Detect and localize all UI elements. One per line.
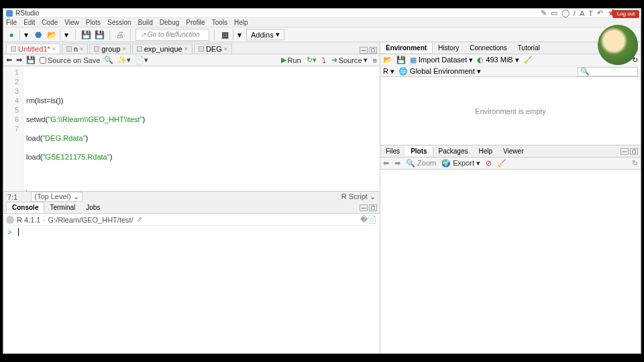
plots-toolbar: ⬅ ➡ 🔍 Zoom 🌍 Export ▾ ⊘ 🧹 ↻ — [380, 158, 641, 170]
tab-tutorial[interactable]: Tutorial — [513, 43, 545, 53]
menu-help[interactable]: Help — [234, 19, 248, 26]
rerun-icon[interactable]: ↻▾ — [307, 56, 317, 64]
menu-session[interactable]: Session — [107, 19, 131, 26]
save-workspace-icon[interactable]: 💾 — [396, 56, 406, 64]
r-logo-icon — [6, 216, 14, 224]
clear-plots-icon[interactable]: 🧹 — [497, 159, 506, 168]
goto-file-function[interactable]: ↗ Go to file/function — [136, 29, 209, 41]
menu-debug[interactable]: Debug — [160, 19, 179, 26]
separator — [75, 29, 76, 40]
menu-edit[interactable]: Edit — [23, 19, 35, 26]
minimize-pane-icon[interactable]: — — [621, 148, 629, 155]
console-body[interactable]: > — [3, 226, 380, 353]
tab-untitled1[interactable]: Untitled1* × — [6, 44, 60, 54]
tab-terminal[interactable]: Terminal — [44, 202, 80, 213]
save-icon[interactable]: 💾 — [26, 56, 36, 64]
r-version: R 4.1.1 — [17, 216, 40, 224]
tab-connections[interactable]: Connections — [464, 43, 513, 53]
undo-icon[interactable]: ↶ — [597, 9, 603, 17]
tab-packages[interactable]: Packages — [433, 146, 474, 156]
minimize-pane-icon[interactable]: — — [360, 204, 368, 211]
menu-tools[interactable]: Tools — [212, 19, 227, 26]
file-icon — [199, 46, 204, 52]
tab-deg[interactable]: DEG × — [194, 44, 232, 54]
run-button[interactable]: ▶Run — [281, 56, 301, 64]
load-workspace-icon[interactable]: 📂 — [383, 56, 392, 64]
print-icon[interactable]: 🖨 — [115, 29, 125, 40]
close-icon[interactable]: × — [224, 46, 227, 52]
maximize-pane-icon[interactable]: ▢ — [369, 204, 377, 211]
open-file-icon[interactable]: 📂 — [46, 29, 57, 40]
zoom-button[interactable]: 🔍 Zoom — [406, 159, 436, 168]
maximize-pane-icon[interactable]: ▢ — [630, 148, 638, 155]
language-selector[interactable]: R Script ⌄ — [341, 192, 376, 201]
tab-environment[interactable]: Environment — [380, 43, 433, 53]
forward-icon[interactable]: ➡ — [16, 56, 22, 64]
grid-dropdown[interactable]: ▾ — [233, 29, 244, 40]
circle-icon[interactable]: ◯ — [561, 9, 570, 17]
menu-code[interactable]: Code — [42, 19, 58, 26]
tab-viewer[interactable]: Viewer — [498, 146, 529, 156]
addins-button[interactable]: Addins▾ — [246, 29, 284, 40]
outline-icon[interactable]: ≡ — [373, 56, 377, 64]
text-icon[interactable]: T — [588, 9, 593, 17]
login-badge[interactable]: Log out — [612, 10, 639, 18]
pencil-icon[interactable]: ✎ — [541, 9, 547, 17]
cursor-position: 7:1 — [7, 193, 17, 201]
grid-icon[interactable]: ▦ — [219, 29, 230, 40]
close-icon[interactable]: × — [52, 46, 56, 52]
maximize-pane-icon[interactable]: ▢ — [369, 47, 377, 54]
source-on-save-checkbox[interactable]: Source on Save — [40, 56, 100, 64]
tab-console[interactable]: Console — [6, 202, 44, 213]
close-icon[interactable]: × — [184, 46, 188, 52]
save-icon[interactable]: 💾 — [80, 29, 91, 40]
code-editor[interactable]: 1 2 3 4 5 6 7 rm(list=ls()) setwd("G:\\R… — [3, 66, 380, 191]
close-icon[interactable]: × — [80, 46, 83, 52]
wand-icon[interactable]: ✨▾ — [117, 56, 131, 64]
tab-n[interactable]: n × — [62, 44, 88, 54]
tab-history[interactable]: History — [433, 43, 464, 53]
environment-search[interactable]: 🔍 — [578, 67, 638, 76]
menu-view[interactable]: View — [64, 19, 79, 26]
find-icon[interactable]: 🔍 — [104, 56, 113, 64]
next-plot-icon[interactable]: ➡ — [394, 159, 400, 168]
tab-jobs[interactable]: Jobs — [80, 202, 105, 213]
back-icon[interactable]: ⬅ — [6, 56, 12, 64]
scope-selector[interactable]: 🌐 Global Environment ▾ — [398, 67, 481, 76]
remove-plot-icon[interactable]: ⊘ — [486, 159, 492, 168]
memory-usage[interactable]: ◐ 493 MiB ▾ — [477, 56, 519, 64]
go-to-section-icon[interactable]: ⤵ — [322, 56, 326, 64]
source-button[interactable]: ➜Source▾ — [331, 56, 368, 64]
menu-profile[interactable]: Profile — [186, 19, 205, 26]
wd-popout-icon[interactable]: ⇗ — [136, 215, 142, 224]
tab-files[interactable]: Files — [380, 146, 405, 156]
code-area[interactable]: rm(list=ls()) setwd("G:\\Rlearn\\GEO_HHT… — [23, 66, 148, 191]
import-dataset-button[interactable]: ▦ Import Dataset ▾ — [410, 56, 473, 64]
line-icon[interactable]: / — [574, 9, 576, 17]
prev-plot-icon[interactable]: ⬅ — [383, 159, 389, 168]
menu-file[interactable]: File — [6, 19, 17, 26]
environment-scope-bar: R ▾ 🌐 Global Environment ▾ 🔍 — [380, 66, 641, 77]
report-icon[interactable]: 📄▾ — [135, 56, 148, 64]
save-all-icon[interactable]: 💾 — [94, 29, 105, 40]
close-icon[interactable]: × — [123, 46, 126, 52]
menu-build[interactable]: Build — [138, 19, 153, 26]
minimize-pane-icon[interactable]: — — [360, 47, 368, 54]
refresh-icon[interactable]: ↻ — [632, 159, 638, 168]
tab-group[interactable]: group × — [89, 44, 130, 54]
new-file-icon[interactable]: ● — [6, 29, 17, 40]
tab-exp-unique[interactable]: exp_unique × — [132, 44, 193, 54]
tab-help[interactable]: Help — [474, 146, 498, 156]
open-dropdown[interactable]: ▾ — [60, 29, 70, 40]
clear-console-icon[interactable]: �📄 — [360, 215, 377, 224]
new-project-icon[interactable]: ⬣ — [33, 29, 44, 40]
clear-workspace-icon[interactable]: 🧹 — [523, 56, 533, 64]
new-file-dropdown[interactable]: ▾ — [19, 29, 30, 40]
menu-plots[interactable]: Plots — [86, 19, 101, 26]
arrow-icon[interactable]: A — [580, 9, 584, 17]
tab-plots[interactable]: Plots — [405, 146, 433, 156]
rect-icon[interactable]: ▭ — [551, 9, 557, 17]
export-button[interactable]: 🌍 Export ▾ — [441, 159, 480, 168]
language-selector[interactable]: R ▾ — [383, 67, 394, 76]
scope-selector[interactable]: (Top Level) ⌄ — [31, 192, 82, 202]
